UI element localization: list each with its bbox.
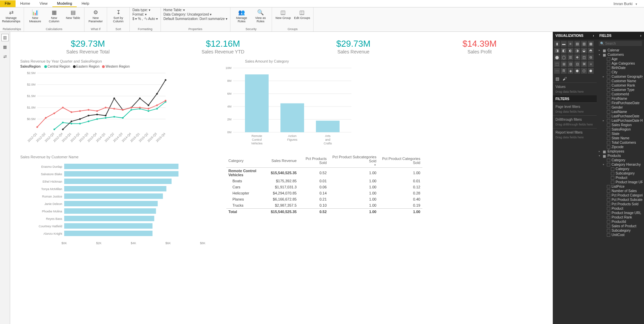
vis-type-icon[interactable]: ⧉ (588, 54, 594, 60)
field-item[interactable]: CustomerId (598, 92, 643, 96)
fields-search[interactable]: 🔍 (599, 41, 642, 46)
kpi-card[interactable]: $29.73MSales Revenue (336, 39, 370, 54)
field-item[interactable]: UnitCost (598, 233, 643, 237)
field-item[interactable]: Product Image URL (598, 180, 643, 184)
format-icon[interactable]: 🖌 (563, 76, 567, 81)
vis-type-icon[interactable]: ◒ (581, 48, 587, 53)
ribbon-btn-sort-by-column[interactable]: ↧Sort by Column (110, 8, 127, 23)
hbar-chart-visual[interactable]: Sales Revenue by Customer Name Erasmo Du… (20, 154, 209, 249)
vis-type-icon[interactable]: ◑ (574, 48, 580, 53)
vis-type-icon[interactable]: ◯ (561, 54, 567, 60)
field-item[interactable]: Sales Region (598, 123, 643, 127)
field-item[interactable]: Customer Rank (598, 83, 643, 88)
menu-tab-modeling[interactable]: Modeling (52, 0, 77, 7)
menu-tab-file[interactable]: File (0, 0, 16, 7)
vis-type-icon[interactable]: ▬ (561, 41, 567, 47)
values-drop[interactable]: Drag data fields here (553, 89, 597, 95)
ribbon-line[interactable]: Default Summarization: Don't summarize ▾ (164, 17, 227, 21)
kpi-card[interactable]: $12.16MSales Revenue YTD (201, 39, 244, 54)
search-input[interactable] (605, 42, 641, 45)
table-header[interactable]: Sales Revenue (269, 154, 298, 168)
table-row[interactable]: Cars$1,917,031.30.061.000.12 (226, 184, 422, 190)
ribbon-btn-view-as-roles[interactable]: 🔍View as Roles (252, 8, 269, 23)
vis-type-icon[interactable]: ⬤ (554, 54, 560, 60)
field-item[interactable]: LastPurchaseDate (598, 114, 643, 118)
field-item[interactable]: Product Image URL (598, 211, 643, 215)
vis-type-icon[interactable]: ⬢ (574, 68, 580, 74)
ribbon-btn-new-group[interactable]: ◫New Group (275, 8, 292, 20)
field-table[interactable]: ▾▦Products (598, 154, 643, 158)
vis-type-icon[interactable]: R (561, 68, 567, 74)
field-item[interactable]: Product (598, 206, 643, 211)
vis-type-icon[interactable]: ⬡ (581, 68, 587, 74)
table-header[interactable]: Category (226, 154, 269, 168)
vis-type-icon[interactable]: ◐ (568, 48, 573, 53)
field-item[interactable]: Zipcode (598, 145, 643, 149)
field-item[interactable]: Customer Type (598, 88, 643, 92)
vis-type-icon[interactable]: ▥ (581, 41, 587, 47)
vis-type-icon[interactable]: ◈ (568, 68, 573, 74)
fields-well-icon[interactable]: ▤ (555, 76, 559, 81)
filter-drop-zone[interactable]: Drag data fields here (553, 135, 597, 141)
field-item[interactable]: LastName (598, 110, 643, 114)
field-item[interactable]: State (598, 132, 643, 136)
field-item[interactable]: Subcategory (598, 228, 643, 233)
ribbon-btn-new-column[interactable]: ▦New Column (46, 8, 63, 23)
panel-header[interactable]: VISUALIZATIONS › (553, 32, 597, 40)
field-table[interactable]: ▾▦Customers (598, 52, 643, 57)
table-header[interactable]: Pct Products Sold (299, 154, 329, 168)
ribbon-btn-manage-relationships[interactable]: ⇄Manage Relationships (3, 8, 20, 23)
vis-type-icon[interactable]: ⌘ (581, 61, 587, 67)
field-item[interactable]: Product Rank (598, 215, 643, 219)
ribbon-btn-manage-roles[interactable]: 👥Manage Roles (233, 8, 250, 23)
user-label[interactable]: Imran Burki ▾ (614, 2, 644, 6)
ribbon-line[interactable]: Format: ▾ (132, 13, 158, 16)
ribbon-btn-edit-groups[interactable]: ◫Edit Groups (294, 8, 311, 20)
vis-type-icon[interactable]: ⊟ (568, 61, 573, 67)
report-view-icon[interactable]: ▥ (1, 34, 9, 41)
line-chart-visual[interactable]: Sales Revenue by Year Quarter and SalesR… (20, 58, 169, 150)
ribbon-line[interactable]: Data type: ▾ (132, 8, 158, 12)
field-item[interactable]: Age Categories (598, 61, 643, 66)
vis-type-icon[interactable]: ⋯ (554, 68, 560, 74)
kpi-card[interactable]: $29.73MSales Revenue Total (66, 39, 109, 54)
filter-drop-zone[interactable]: Drag drillthrough fields here (553, 122, 597, 128)
field-item[interactable]: Product (598, 176, 643, 180)
panel-header[interactable]: FIELDS › (597, 32, 644, 40)
vis-type-icon[interactable]: ▤ (574, 41, 580, 47)
kpi-card[interactable]: $14.39MSales Profit (463, 39, 497, 54)
vis-type-icon[interactable]: ⌗ (588, 61, 594, 67)
vis-type-icon[interactable]: ▦ (588, 41, 594, 47)
field-item[interactable]: Age (598, 57, 643, 61)
vis-type-icon[interactable]: ☰ (568, 54, 573, 60)
menu-tab-view[interactable]: View (35, 0, 52, 7)
field-item[interactable]: ▸LastPurchaseDate Hierarchy (598, 118, 643, 123)
table-row[interactable]: Planes$6,166,672.850.211.000.40 (226, 196, 422, 202)
field-table[interactable]: ▸▦Employees (598, 149, 643, 154)
vis-type-icon[interactable]: ❖ (574, 54, 580, 60)
table-row[interactable]: Boats$175,392.850.011.000.01 (226, 178, 422, 184)
vis-type-icon[interactable]: ◫ (581, 54, 587, 60)
table-header[interactable]: Pct Product Subcategories Sold▲ (329, 154, 378, 168)
vis-type-icon[interactable]: ◓ (588, 48, 594, 53)
menu-tab-home[interactable]: Home (16, 0, 35, 7)
ribbon-line[interactable]: Data Category: Uncategorized ▾ (164, 13, 227, 16)
field-item[interactable]: Pct Product Subcategories... (598, 198, 643, 202)
vis-type-icon[interactable]: ⬚ (554, 61, 560, 67)
field-item[interactable]: Number of Sales (598, 189, 643, 193)
ribbon-line[interactable]: $ ▾ % , ·⁰₀ Auto ▾ (132, 17, 158, 21)
ribbon-btn-new-parameter[interactable]: ⚙New Parameter (87, 8, 104, 23)
field-item[interactable]: Customer Name (598, 79, 643, 83)
ribbon-line[interactable]: Home Table: ▾ (164, 8, 227, 12)
field-item[interactable]: FirstPurchaseDate (598, 101, 643, 105)
field-item[interactable]: BirthDate (598, 66, 643, 70)
table-row[interactable]: Trucks$2,987,357.50.101.000.19 (226, 202, 422, 209)
table-row[interactable]: Remote Control Vehicles$15,540,525.350.5… (226, 168, 422, 178)
ribbon-btn-new-table[interactable]: ▤New Table (65, 8, 81, 20)
vis-type-icon[interactable]: ▮ (554, 41, 560, 47)
vis-type-icon[interactable]: ◨ (554, 48, 560, 53)
vis-type-icon[interactable]: ⊞ (561, 61, 567, 67)
field-item[interactable]: Sales of Product (598, 224, 643, 228)
field-item[interactable]: ProductId (598, 219, 643, 224)
field-item[interactable]: ▾Category Hierarchy (598, 162, 643, 167)
